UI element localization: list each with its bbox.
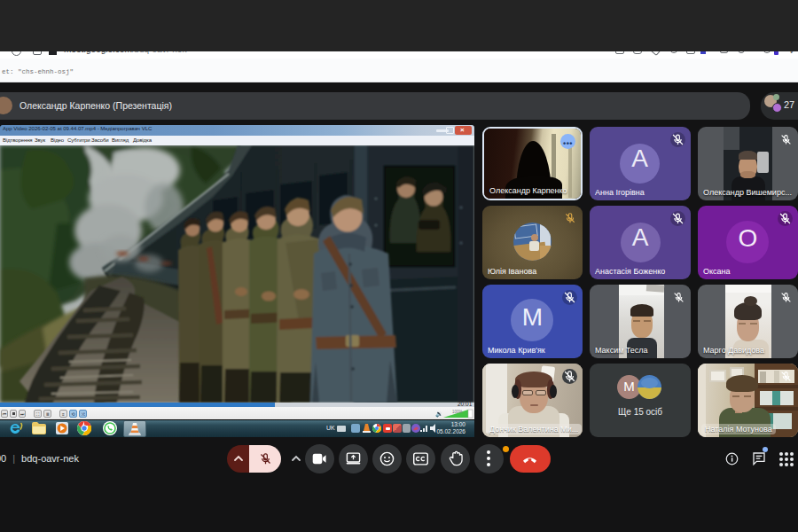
svg-text:100%: 100% bbox=[452, 410, 463, 414]
